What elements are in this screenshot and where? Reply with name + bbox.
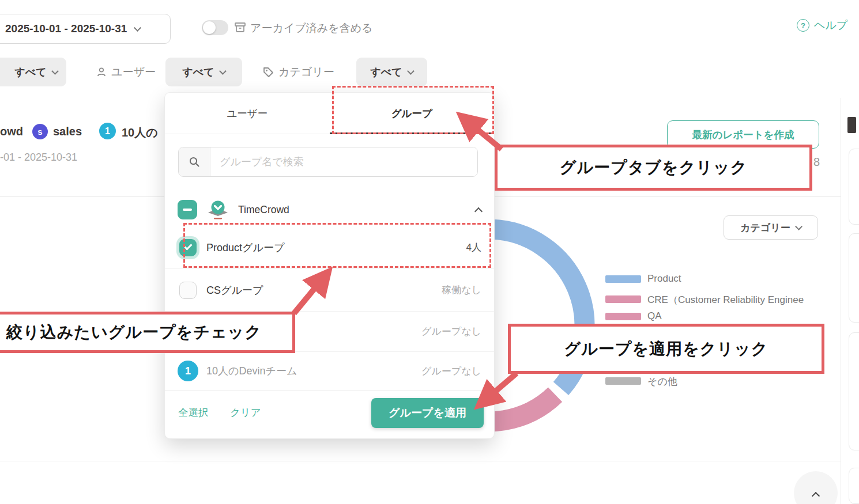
right-panel-card — [849, 233, 859, 323]
right-panel-card — [849, 149, 859, 225]
search-icon — [179, 147, 210, 176]
right-panel-clipped-heading — [847, 117, 856, 133]
chevron-up-icon — [812, 492, 820, 500]
avatar-devin-team: 1 — [178, 361, 198, 381]
annotation-callout-apply: グループを適用をクリック — [508, 324, 824, 374]
annotation-callout-tab: グループタブをクリック — [495, 145, 812, 191]
right-panel-card — [849, 468, 859, 504]
annotation-callout-filter: 絞り込みたいグループをチェック — [0, 312, 295, 353]
checkbox-indeterminate[interactable] — [178, 200, 197, 219]
group-search-input[interactable] — [210, 147, 477, 176]
select-all-link[interactable]: 全選択 — [178, 406, 209, 419]
chevron-down-icon — [795, 223, 803, 230]
annotation-dashed-box-tab — [332, 86, 494, 134]
annotation-dashed-box-product-row — [183, 223, 491, 268]
chart-breakdown-value: カテゴリー — [740, 221, 790, 234]
group-name: CSグループ — [206, 283, 263, 297]
clear-link[interactable]: クリア — [230, 406, 261, 419]
team-name: TimeCrowd — [238, 204, 289, 216]
checkbox-unchecked[interactable] — [179, 282, 197, 299]
group-search — [178, 147, 478, 177]
chevron-up-icon[interactable] — [474, 207, 483, 215]
tab-users[interactable]: ユーザー — [165, 93, 330, 134]
group-status: グループなし — [421, 365, 481, 378]
group-status: 稼働なし — [442, 283, 481, 297]
timecrowd-report-page: { "colors": { "teal": "#45b29c", "red": … — [0, 0, 859, 504]
date-range-value: 2025-10-01 - 2025-10-31 — [5, 22, 127, 35]
timecrowd-logo — [205, 197, 231, 222]
group-row-cs[interactable]: CSグループ 稼働なし — [165, 269, 494, 312]
chart-breakdown-select[interactable]: カテゴリー — [724, 215, 818, 240]
group-status: グループなし — [421, 325, 481, 338]
group-name: 10人のDevinチーム — [206, 364, 297, 378]
apply-groups-button[interactable]: グループを適用 — [371, 398, 484, 428]
date-range-picker[interactable]: 2025-10-01 - 2025-10-31 — [0, 14, 171, 44]
right-panel-card — [849, 332, 859, 450]
team-row-timecrowd[interactable]: TimeCrowd — [165, 193, 494, 226]
group-row-devin[interactable]: 1 10人のDevinチーム グループなし — [165, 352, 494, 391]
chevron-down-icon — [134, 24, 141, 32]
